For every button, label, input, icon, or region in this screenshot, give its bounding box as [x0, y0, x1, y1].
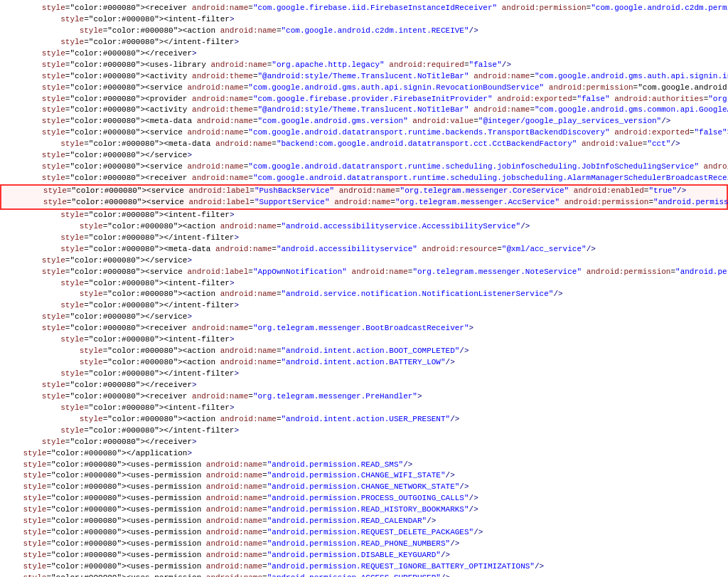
code-line: style="color:#000080"><service android:l…: [0, 267, 728, 278]
code-line: style="color:#000080"><action android:na…: [0, 346, 728, 357]
code-line: style="color:#000080"><meta-data android…: [0, 139, 728, 150]
code-line: style="color:#000080"><receiver android:…: [0, 173, 728, 184]
code-line: style="color:#000080"><uses-permission a…: [0, 470, 728, 482]
code-line: style="color:#000080"><intent-filter>: [0, 278, 728, 290]
code-line: style="color:#000080"><meta-data android…: [0, 244, 728, 255]
code-line: style="color:#000080"><uses-permission a…: [0, 493, 728, 504]
code-line: style="color:#000080"></service>: [0, 255, 728, 267]
code-line: style="color:#000080"></intent-filter>: [0, 233, 728, 244]
code-line: style="color:#000080"><action android:na…: [0, 289, 728, 300]
code-viewer: style="color:#000080"><receiver android:…: [0, 0, 728, 577]
code-line: style="color:#000080"><meta-data android…: [0, 116, 728, 127]
code-line: style="color:#000080"><uses-permission a…: [0, 561, 728, 573]
code-line: style="color:#000080"><uses-permission a…: [0, 573, 728, 577]
code-line: style="color:#000080"><service android:n…: [0, 162, 728, 173]
code-line: style="color:#000080"><intent-filter>: [0, 334, 728, 346]
code-line: style="color:#000080"></intent-filter>: [0, 425, 728, 437]
code-line: style="color:#000080"><receiver android:…: [0, 391, 728, 403]
code-line: style="color:#000080"><uses-permission a…: [0, 460, 728, 471]
code-line: style="color:#000080"></application>: [0, 448, 728, 460]
code-line: style="color:#000080"><service android:n…: [0, 83, 728, 94]
code-line: style="color:#000080"></receiver>: [0, 380, 728, 391]
code-line: style="color:#000080"><uses-library andr…: [0, 60, 728, 71]
code-line: style="color:#000080"><service android:n…: [0, 127, 728, 139]
code-line: style="color:#000080"><provider android:…: [0, 94, 728, 105]
code-line: style="color:#000080"><activity android:…: [0, 105, 728, 116]
code-line: style="color:#000080"></receiver>: [0, 48, 728, 60]
highlight-region: style="color:#000080"><service android:l…: [0, 184, 728, 210]
code-line: style="color:#000080"><action android:na…: [0, 221, 728, 233]
code-line: style="color:#000080"><action android:na…: [0, 357, 728, 369]
code-line: style="color:#000080"></service>: [0, 150, 728, 162]
code-line: style="color:#000080"><intent-filter>: [0, 403, 728, 414]
code-line: style="color:#000080"><intent-filter>: [0, 14, 728, 26]
code-line: style="color:#000080"></intent-filter>: [0, 37, 728, 48]
code-line: style="color:#000080"></intent-filter>: [0, 300, 728, 312]
code-line: style="color:#000080"></service>: [0, 312, 728, 323]
code-line: style="color:#000080"></receiver>: [0, 437, 728, 448]
code-line: style="color:#000080"><receiver android:…: [0, 323, 728, 334]
code-line: style="color:#000080"><intent-filter>: [0, 210, 728, 221]
code-line: style="color:#000080"><uses-permission a…: [0, 550, 728, 561]
code-line: style="color:#000080"><service android:l…: [1, 186, 727, 197]
code-line: style="color:#000080"><activity android:…: [0, 71, 728, 83]
code-line: style="color:#000080"><receiver android:…: [0, 3, 728, 14]
code-line: style="color:#000080"><uses-permission a…: [0, 482, 728, 493]
code-line: style="color:#000080"></intent-filter>: [0, 369, 728, 380]
code-line: style="color:#000080"><service android:l…: [1, 197, 727, 208]
code-line: style="color:#000080"><action android:na…: [0, 26, 728, 37]
code-line: style="color:#000080"><action android:na…: [0, 414, 728, 425]
xml-content: style="color:#000080"><receiver android:…: [0, 3, 728, 577]
code-line: style="color:#000080"><uses-permission a…: [0, 504, 728, 516]
code-line: style="color:#000080"><uses-permission a…: [0, 539, 728, 550]
code-line: style="color:#000080"><uses-permission a…: [0, 527, 728, 539]
code-line: style="color:#000080"><uses-permission a…: [0, 516, 728, 527]
